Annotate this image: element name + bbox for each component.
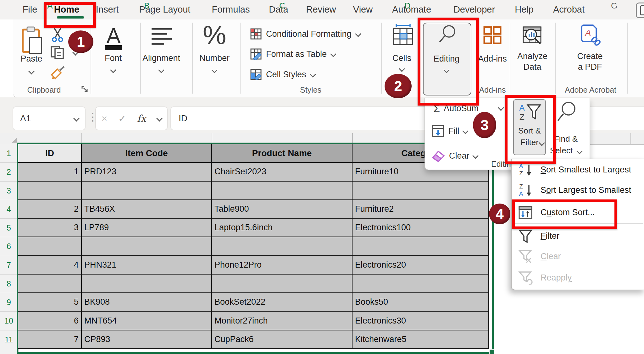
cell-C10[interactable]: Monitor27inch xyxy=(212,312,353,330)
create-pdf-icon[interactable]: A xyxy=(580,24,601,46)
cell-D6[interactable] xyxy=(353,237,489,256)
cells-icon[interactable] xyxy=(392,24,414,46)
cell-B11[interactable]: CP893 xyxy=(82,330,212,349)
cell-B8[interactable] xyxy=(82,275,212,293)
fx-chevron[interactable] xyxy=(156,115,163,122)
cell-A11[interactable]: 7 xyxy=(18,330,82,349)
cell-styles-button[interactable]: Cell Styles xyxy=(250,68,315,81)
cell-A2[interactable]: 1 xyxy=(18,163,82,181)
paste-dropdown-chevron[interactable] xyxy=(29,69,34,75)
number-format-icon[interactable]: % xyxy=(203,20,226,51)
menu-item-sort-largest-to-smallest[interactable]: Z A Sort Largest to Smallest xyxy=(517,182,631,199)
cell-B7[interactable]: PHN321 xyxy=(82,256,212,275)
tab-acrobat[interactable]: Acrobat xyxy=(553,4,585,15)
cell-C2[interactable]: ChairSet2023 xyxy=(212,163,353,181)
enter-icon[interactable]: ✓ xyxy=(118,113,126,124)
column-header-g[interactable]: G xyxy=(589,1,639,11)
cell-C4[interactable]: Table900 xyxy=(212,200,353,219)
cell-D9[interactable]: Books50 xyxy=(353,293,489,312)
cell-C1[interactable]: Product Name xyxy=(212,144,353,163)
format-as-table-button[interactable]: Format as Table xyxy=(250,48,336,60)
font-button[interactable]: Font xyxy=(105,53,122,63)
copy-dropdown-chevron[interactable] xyxy=(73,50,78,56)
cell-A9[interactable]: 5 xyxy=(18,293,82,312)
menu-item-clear-filter[interactable]: Clear xyxy=(517,248,561,265)
cell-C8[interactable] xyxy=(212,275,353,293)
cell-B2[interactable]: PRD123 xyxy=(82,163,212,181)
cell-D8[interactable] xyxy=(353,275,489,293)
analyze-data-button[interactable]: Analyze xyxy=(517,52,547,61)
cell-D10[interactable]: Electronics30 xyxy=(353,312,489,330)
cell-A6[interactable] xyxy=(18,237,82,256)
row-header[interactable]: 4 xyxy=(0,200,18,219)
cell-C6[interactable] xyxy=(212,237,353,256)
cell-B10[interactable]: MNT654 xyxy=(82,312,212,330)
cell-D11[interactable]: Kitchenware5 xyxy=(353,330,489,349)
clear-button[interactable]: Clear xyxy=(431,150,478,162)
cell-A1[interactable]: ID xyxy=(18,144,82,163)
alignment-icon[interactable] xyxy=(150,27,173,46)
fill-button[interactable]: Fill xyxy=(432,125,468,137)
cell-D7[interactable]: Electronics20 xyxy=(353,256,489,275)
column-header-a[interactable]: A xyxy=(18,1,82,11)
menu-item-reapply[interactable]: Reapply xyxy=(517,269,572,286)
font-icon[interactable]: A xyxy=(104,25,123,53)
menu-item-filter[interactable]: Filter xyxy=(517,227,559,244)
cell-C11[interactable]: CupPack6 xyxy=(212,330,353,349)
row-header[interactable]: 9 xyxy=(0,293,18,312)
cell-A3[interactable] xyxy=(18,182,82,200)
column-header-b[interactable]: B xyxy=(82,1,212,11)
add-ins-button[interactable]: Add-ins xyxy=(478,54,507,64)
cell-B6[interactable] xyxy=(82,237,212,256)
row-header[interactable]: 6 xyxy=(0,237,18,256)
fill-handle[interactable] xyxy=(489,349,495,354)
row-header[interactable]: 2 xyxy=(0,163,18,181)
cell-C7[interactable]: Phone12Pro xyxy=(212,256,353,275)
name-box[interactable]: A1 xyxy=(13,106,86,130)
row-header[interactable]: 11 xyxy=(0,330,18,349)
cell-C3[interactable] xyxy=(212,182,353,200)
insert-function-icon[interactable]: fx xyxy=(137,113,146,124)
copy-icon[interactable] xyxy=(50,46,65,59)
tab-help[interactable]: Help xyxy=(515,4,534,15)
font-dropdown-chevron[interactable] xyxy=(111,68,115,74)
sort-and-filter-button[interactable]: A Z Sort & Filter xyxy=(513,99,546,155)
analyze-data-icon[interactable] xyxy=(523,25,543,45)
cell-A10[interactable]: 6 xyxy=(18,312,82,330)
find-select-button[interactable]: Find & Select xyxy=(548,133,584,156)
autosum-button[interactable]: Σ AutoSum xyxy=(433,102,479,115)
row-header[interactable]: 10 xyxy=(0,312,18,330)
paste-icon[interactable] xyxy=(20,26,43,55)
cancel-icon[interactable]: × xyxy=(101,113,107,124)
row-header[interactable]: 5 xyxy=(0,219,18,237)
create-pdf-button[interactable]: Create xyxy=(577,52,602,61)
cell-D4[interactable]: Furniture2 xyxy=(353,200,489,219)
cell-B5[interactable]: LP789 xyxy=(82,219,212,237)
cells-dropdown-chevron[interactable] xyxy=(400,67,404,72)
row-header[interactable]: 8 xyxy=(0,275,18,293)
menu-item-custom-sort[interactable]: Custom Sort... xyxy=(517,204,595,221)
find-select-icon[interactable] xyxy=(556,101,577,123)
menu-item-sort-smallest-to-largest[interactable]: A Z Sort Smallest to Largest xyxy=(517,161,631,178)
cell-A4[interactable]: 2 xyxy=(18,200,82,219)
column-header-c[interactable]: C xyxy=(212,1,353,11)
autosum-chevron[interactable] xyxy=(499,106,503,111)
name-box-chevron[interactable] xyxy=(73,115,80,122)
cell-A8[interactable] xyxy=(18,275,82,293)
number-button[interactable]: Number xyxy=(199,53,230,63)
number-dropdown-chevron[interactable] xyxy=(212,68,217,74)
cell-B9[interactable]: BK908 xyxy=(82,293,212,312)
alignment-dropdown-chevron[interactable] xyxy=(159,68,164,74)
cut-icon[interactable] xyxy=(52,27,63,42)
cell-D5[interactable]: Electronics100 xyxy=(353,219,489,237)
clipboard-dialog-launcher-icon[interactable] xyxy=(81,85,89,93)
add-ins-icon[interactable] xyxy=(483,26,502,45)
cell-D3[interactable] xyxy=(353,182,489,200)
conditional-formatting-button[interactable]: Conditional Formatting xyxy=(250,28,360,40)
cell-B1[interactable]: Item Code xyxy=(82,144,212,163)
cell-C9[interactable]: BookSet2022 xyxy=(212,293,353,312)
row-header[interactable]: 7 xyxy=(0,256,18,275)
cells-button[interactable]: Cells xyxy=(392,53,411,63)
cell-A7[interactable]: 4 xyxy=(18,256,82,275)
row-header[interactable]: 3 xyxy=(0,182,18,200)
